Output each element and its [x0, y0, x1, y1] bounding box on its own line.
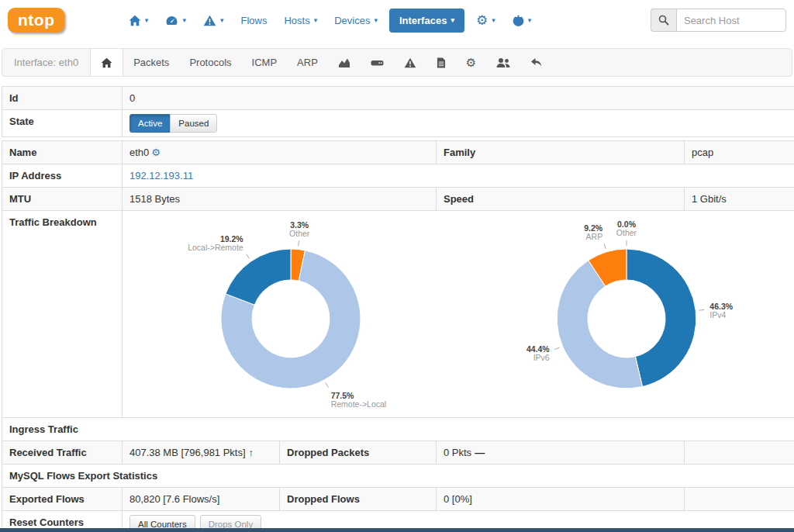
- mysql-export-header: MySQL Flows Export Statistics: [2, 465, 794, 488]
- id-label: Id: [2, 87, 123, 110]
- state-label: State: [2, 110, 123, 137]
- nav-dashboard-menu[interactable]: ▾: [157, 9, 195, 33]
- svg-text:Remote->Local: Remote->Local: [330, 399, 386, 409]
- traffic-protocol-donut: 46.3%IPv444.4%IPv69.2%ARP0.0%Other: [458, 216, 794, 416]
- received-traffic-label: Received Traffic: [2, 441, 123, 465]
- nav-devices-menu[interactable]: Devices ▾: [326, 9, 386, 33]
- ip-address-link[interactable]: 192.12.193.11: [129, 170, 193, 181]
- interface-name: eth0: [129, 147, 149, 158]
- report-file-icon[interactable]: [426, 49, 456, 76]
- received-traffic-value: 407.38 MB [796,981 Pkts]: [129, 447, 246, 458]
- nav-flows-label: Flows: [240, 15, 267, 26]
- arrow-up-icon: ↑: [249, 447, 254, 458]
- empty-cell: [685, 488, 794, 511]
- interface-subnav: Interface: eth0 Packets Protocols ICMP A…: [2, 48, 792, 77]
- host-pools-icon[interactable]: [486, 49, 520, 76]
- row-traffic-breakdown: Traffic Breakdown 3.3%Other77.5%Remote->…: [2, 211, 794, 418]
- svg-text:ARP: ARP: [585, 232, 602, 241]
- power-icon: [513, 15, 524, 26]
- family-label: Family: [437, 141, 685, 164]
- name-label: Name: [2, 141, 123, 164]
- undo-icon[interactable]: [520, 49, 552, 76]
- nav-devices-label: Devices: [334, 15, 370, 26]
- row-received-traffic: Received Traffic 407.38 MB [796,981 Pkts…: [2, 441, 794, 465]
- row-state: State Active Paused: [2, 110, 794, 137]
- caret-down-icon: ▾: [528, 17, 532, 24]
- alert-triangle-icon: [203, 15, 216, 26]
- row-id: Id 0: [2, 87, 794, 110]
- tab-interface-home[interactable]: [90, 49, 123, 76]
- state-paused-button[interactable]: Paused: [170, 114, 217, 133]
- row-exported-flows: Exported Flows 80,820 [7.6 Flows/s] Drop…: [2, 488, 794, 511]
- home-icon: [129, 15, 141, 26]
- row-ingress-header: Ingress Traffic: [2, 418, 794, 441]
- mtu-label: MTU: [2, 188, 123, 211]
- main-nav: ▾ ▾ ▾ Flows Hosts ▾ Devices ▾ Interfaces: [120, 8, 540, 33]
- alert-triangle-icon[interactable]: [394, 49, 426, 76]
- search-icon[interactable]: [651, 9, 676, 32]
- state-active-button[interactable]: Active: [129, 114, 171, 133]
- nav-alerts-menu[interactable]: ▾: [195, 9, 233, 33]
- home-icon: [101, 57, 112, 68]
- gauge-icon: [165, 15, 178, 26]
- row-mysql-header: MySQL Flows Export Statistics: [2, 465, 794, 488]
- nav-home-menu[interactable]: ▾: [120, 9, 157, 33]
- svg-text:IPv4: IPv4: [709, 310, 726, 320]
- received-traffic-cell: 407.38 MB [796,981 Pkts]↑: [123, 441, 280, 465]
- svg-text:Local->Remote: Local->Remote: [188, 243, 243, 252]
- top-navbar: ntop ▾ ▾ ▾ Flows Hosts ▾ Devic: [0, 0, 794, 40]
- interface-context-label: Interface: eth0: [2, 49, 90, 76]
- name-value-cell: eth0⚙: [123, 141, 437, 164]
- interface-details-table: Name eth0⚙ Family pcap IP Address 192.12…: [2, 140, 794, 532]
- tab-arp[interactable]: ARP: [287, 49, 328, 76]
- ip-label: IP Address: [2, 164, 123, 188]
- exported-flows-value: 80,820 [7.6 Flows/s]: [123, 488, 280, 511]
- family-value: pcap: [685, 141, 794, 164]
- footer-strip: [0, 528, 794, 532]
- speed-value: 1 Gbit/s: [685, 188, 794, 211]
- tab-icmp[interactable]: ICMP: [242, 49, 288, 76]
- ingress-traffic-header: Ingress Traffic: [2, 418, 794, 441]
- ip-value-cell: 192.12.193.11: [123, 164, 794, 188]
- nav-interfaces-menu[interactable]: Interfaces ▾: [389, 9, 464, 33]
- caret-down-icon: ▾: [220, 17, 224, 24]
- nav-power-menu[interactable]: ▾: [504, 9, 540, 33]
- disk-icon[interactable]: [361, 49, 394, 76]
- tab-protocols[interactable]: Protocols: [179, 49, 241, 76]
- nav-interfaces-label: Interfaces: [399, 15, 447, 26]
- stable-trend-icon: —: [475, 447, 485, 458]
- caret-down-icon: ▾: [451, 17, 454, 24]
- ntop-logo[interactable]: ntop: [8, 8, 64, 33]
- chart-icon[interactable]: [328, 49, 361, 76]
- row-ip: IP Address 192.12.193.11: [2, 164, 794, 188]
- gear-icon: ⚙: [476, 14, 488, 27]
- dropped-packets-cell: 0 Pkts—: [437, 441, 685, 465]
- id-value: 0: [123, 87, 794, 110]
- caret-down-icon: ▾: [314, 17, 318, 24]
- state-toggle: Active Paused: [129, 114, 217, 133]
- svg-text:IPv6: IPv6: [533, 353, 549, 362]
- speed-label: Speed: [437, 188, 685, 211]
- settings-gear-icon[interactable]: ⚙: [456, 49, 486, 76]
- svg-text:Other: Other: [616, 228, 637, 237]
- nav-hosts-label: Hosts: [284, 15, 309, 26]
- host-search: [651, 9, 786, 32]
- search-host-input[interactable]: [676, 9, 786, 32]
- nav-flows[interactable]: Flows: [232, 9, 275, 33]
- nav-hosts-menu[interactable]: Hosts ▾: [275, 9, 326, 33]
- configure-interface-icon[interactable]: ⚙: [151, 147, 161, 158]
- exported-flows-label: Exported Flows: [2, 488, 123, 511]
- empty-cell: [685, 441, 794, 465]
- interface-overview-table-top: Id 0 State Active Paused: [2, 86, 794, 137]
- svg-text:Other: Other: [289, 229, 310, 238]
- traffic-direction-donut: 3.3%Other77.5%Remote->Local19.2%Local->R…: [123, 216, 458, 416]
- tab-packets[interactable]: Packets: [123, 49, 179, 76]
- row-mtu-speed: MTU 1518 Bytes Speed 1 Gbit/s: [2, 188, 794, 211]
- nav-settings-menu[interactable]: ⚙ ▾: [468, 8, 504, 33]
- dropped-flows-value: 0 [0%]: [437, 488, 685, 511]
- dropped-packets-value: 0 Pkts: [444, 447, 471, 458]
- caret-down-icon: ▾: [145, 17, 149, 24]
- caret-down-icon: ▾: [374, 17, 378, 24]
- mtu-value: 1518 Bytes: [123, 188, 437, 211]
- dropped-packets-label: Dropped Packets: [280, 441, 437, 465]
